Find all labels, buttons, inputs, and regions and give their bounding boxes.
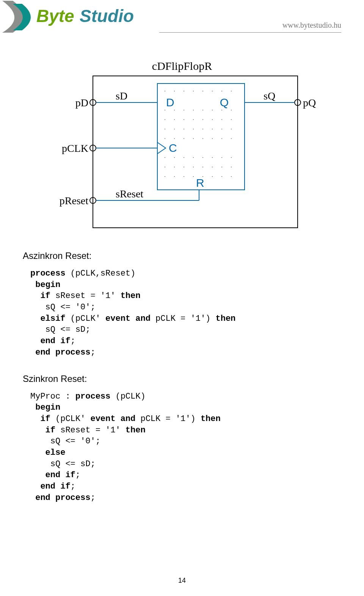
signal-sReset: sReset — [116, 188, 143, 200]
svg-point-5 — [165, 91, 165, 91]
svg-point-66 — [212, 176, 213, 177]
svg-point-43 — [221, 138, 222, 139]
svg-point-35 — [221, 129, 222, 129]
document-body: Aszinkron Reset: process (pCLK,sReset) b… — [0, 239, 364, 503]
svg-point-33 — [202, 129, 203, 129]
svg-point-6 — [174, 91, 175, 91]
svg-point-57 — [202, 167, 203, 167]
svg-point-59 — [221, 167, 222, 167]
svg-point-37 — [165, 138, 165, 139]
svg-point-63 — [184, 176, 184, 177]
diagram-title: cDFlipFlopR — [152, 61, 212, 72]
label-R: R — [196, 177, 204, 189]
port-pQ: pQ — [303, 97, 316, 109]
svg-point-17 — [202, 110, 203, 110]
signal-sQ: sQ — [264, 90, 275, 102]
svg-point-21 — [165, 119, 165, 120]
label-D: D — [166, 96, 174, 109]
svg-point-32 — [193, 129, 194, 129]
circuit-diagram: cDFlipFlopR pD pCLK pReset pQ — [40, 61, 324, 239]
svg-point-36 — [231, 129, 232, 129]
svg-point-22 — [174, 119, 175, 120]
svg-point-14 — [174, 110, 175, 110]
svg-point-12 — [231, 91, 232, 91]
svg-point-42 — [212, 138, 213, 139]
svg-point-39 — [184, 138, 184, 139]
svg-point-26 — [212, 119, 213, 120]
svg-point-10 — [212, 91, 213, 91]
port-pReset: pReset — [60, 195, 88, 207]
svg-point-67 — [221, 176, 222, 177]
svg-point-27 — [221, 119, 222, 120]
flipflop-inner: D Q C R — [157, 84, 245, 190]
svg-point-50 — [212, 157, 213, 158]
page-number: 14 — [0, 577, 364, 585]
section-title-async: Aszinkron Reset: — [23, 251, 341, 261]
svg-point-18 — [212, 110, 213, 110]
header-rule — [159, 32, 341, 33]
svg-point-60 — [231, 167, 232, 167]
svg-point-61 — [165, 176, 165, 177]
port-pCLK: pCLK — [62, 142, 88, 154]
svg-point-19 — [221, 110, 222, 110]
svg-point-7 — [184, 91, 184, 91]
code-block-async: process (pCLK,sReset) begin if sReset = … — [30, 268, 341, 358]
label-Q: Q — [220, 96, 229, 109]
svg-point-54 — [174, 167, 175, 167]
svg-point-31 — [184, 129, 184, 129]
svg-point-8 — [193, 91, 194, 91]
svg-point-46 — [174, 157, 175, 158]
svg-point-15 — [184, 110, 184, 110]
svg-point-62 — [174, 176, 175, 177]
svg-point-68 — [231, 176, 232, 177]
svg-point-11 — [221, 91, 222, 91]
svg-point-41 — [202, 138, 203, 139]
svg-point-29 — [165, 129, 165, 129]
svg-point-9 — [202, 91, 203, 91]
svg-point-55 — [184, 167, 184, 167]
svg-point-51 — [221, 157, 222, 158]
logo-byte-text: Byte — [36, 6, 74, 26]
site-url: www.bytestudio.hu — [282, 21, 341, 30]
logo-studio-text: Studio — [80, 6, 134, 26]
svg-point-34 — [212, 129, 213, 129]
svg-point-49 — [202, 157, 203, 158]
svg-point-56 — [193, 167, 194, 167]
signal-sD: sD — [116, 90, 127, 102]
svg-point-28 — [231, 119, 232, 120]
svg-point-47 — [184, 157, 184, 158]
svg-point-24 — [193, 119, 194, 120]
port-pD: pD — [75, 97, 88, 109]
section-title-sync: Szinkron Reset: — [23, 374, 341, 384]
svg-point-13 — [165, 110, 165, 110]
svg-point-45 — [165, 157, 165, 158]
page-header: Byte Studio www.bytestudio.hu — [0, 0, 364, 34]
svg-point-25 — [202, 119, 203, 120]
svg-point-30 — [174, 129, 175, 129]
svg-point-40 — [193, 138, 194, 139]
svg-point-20 — [231, 110, 232, 110]
svg-point-64 — [193, 176, 194, 177]
label-C: C — [169, 142, 177, 154]
svg-point-52 — [231, 157, 232, 158]
code-block-sync: MyProc : process (pCLK) begin if (pCLK' … — [30, 391, 341, 504]
svg-point-23 — [184, 119, 184, 120]
svg-point-53 — [165, 167, 165, 167]
logo: Byte Studio — [0, 0, 159, 36]
svg-point-44 — [231, 138, 232, 139]
svg-point-38 — [174, 138, 175, 139]
svg-point-58 — [212, 167, 213, 167]
svg-point-48 — [193, 157, 194, 158]
svg-point-16 — [193, 110, 194, 110]
